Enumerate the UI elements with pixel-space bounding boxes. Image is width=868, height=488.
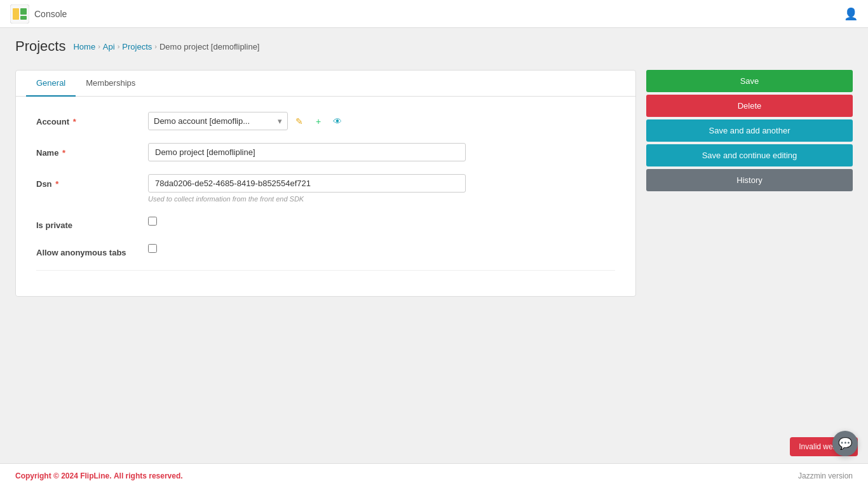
topbar: Console 👤	[0, 0, 868, 28]
dsn-label: Dsn *	[36, 174, 138, 189]
name-required: *	[62, 148, 65, 158]
tab-memberships[interactable]: Memberships	[76, 71, 146, 97]
delete-button[interactable]: Delete	[646, 95, 853, 117]
dsn-input[interactable]	[148, 174, 466, 193]
svg-rect-3	[20, 16, 27, 20]
account-select-wrapper: Demo account [demoflip... ▾ ✎ + 👁	[148, 112, 615, 130]
footer-rights-text: All rights reserved.	[114, 471, 183, 480]
account-label: Account *	[36, 112, 138, 126]
app-logo	[10, 4, 29, 24]
tab-general[interactable]: General	[26, 71, 76, 97]
is-private-row: Is private	[36, 215, 615, 230]
save-button[interactable]: Save	[646, 70, 853, 92]
svg-rect-2	[20, 8, 27, 15]
name-label: Name *	[36, 143, 138, 158]
breadcrumb-current: Demo project [demoflipline]	[159, 42, 260, 51]
allow-anon-label: Allow anonymous tabs	[36, 243, 138, 257]
page-title: Projects	[15, 38, 65, 55]
breadcrumb-sep-3: ›	[154, 43, 157, 50]
dsn-required: *	[55, 179, 58, 189]
footer-copyright: Copyright © 2024 FlipLine. All rights re…	[15, 471, 183, 480]
app-title: Console	[34, 9, 67, 19]
name-input[interactable]	[148, 143, 466, 161]
name-row: Name *	[36, 143, 615, 161]
right-panel: Save Delete Save and add another Save an…	[646, 70, 853, 191]
allow-anon-row: Allow anonymous tabs	[36, 243, 615, 257]
is-private-checkbox[interactable]	[148, 217, 157, 226]
dsn-help-text: Used to collect information from the fro…	[148, 195, 615, 203]
form-divider	[36, 270, 615, 271]
account-row: Account * Demo account [demoflip... ▾ ✎ …	[36, 112, 615, 130]
chevron-down-icon: ▾	[278, 116, 282, 126]
add-account-button[interactable]: +	[311, 114, 326, 129]
dsn-field: Used to collect information from the fro…	[148, 174, 615, 203]
edit-account-button[interactable]: ✎	[292, 114, 307, 129]
account-required: *	[73, 117, 76, 126]
topbar-left: Console	[10, 4, 67, 24]
chat-bubble[interactable]: 💬	[832, 431, 858, 456]
breadcrumb-sep-2: ›	[118, 43, 120, 50]
view-account-button[interactable]: 👁	[330, 114, 345, 129]
is-private-label: Is private	[36, 215, 138, 230]
svg-rect-1	[13, 8, 19, 20]
form-content: Account * Demo account [demoflip... ▾ ✎ …	[16, 97, 635, 296]
footer: Copyright © 2024 FlipLine. All rights re…	[0, 463, 868, 488]
user-icon[interactable]: 👤	[844, 7, 858, 21]
footer-version: Jazzmin version	[798, 471, 853, 480]
is-private-field	[148, 215, 615, 227]
account-select[interactable]: Demo account [demoflip... ▾	[148, 112, 288, 130]
tabs: General Memberships	[16, 71, 635, 97]
breadcrumb-sep-1: ›	[98, 43, 100, 50]
account-field: Demo account [demoflip... ▾ ✎ + 👁	[148, 112, 615, 130]
breadcrumb-projects[interactable]: Projects	[122, 42, 152, 51]
breadcrumb-home[interactable]: Home	[73, 42, 95, 51]
name-field	[148, 143, 615, 161]
footer-copyright-text: Copyright © 2024 FlipLine.	[15, 471, 112, 480]
dsn-row: Dsn * Used to collect information from t…	[36, 174, 615, 203]
breadcrumb: Home › Api › Projects › Demo project [de…	[73, 42, 259, 51]
allow-anon-field	[148, 243, 615, 255]
page-header: Projects Home › Api › Projects › Demo pr…	[0, 28, 868, 60]
history-button[interactable]: History	[646, 169, 853, 191]
form-card: General Memberships Account * Demo accou…	[15, 70, 636, 297]
main-layout: General Memberships Account * Demo accou…	[0, 60, 868, 307]
save-continue-button[interactable]: Save and continue editing	[646, 144, 853, 166]
allow-anon-checkbox[interactable]	[148, 244, 157, 253]
save-add-button[interactable]: Save and add another	[646, 119, 853, 142]
breadcrumb-api[interactable]: Api	[103, 42, 115, 51]
